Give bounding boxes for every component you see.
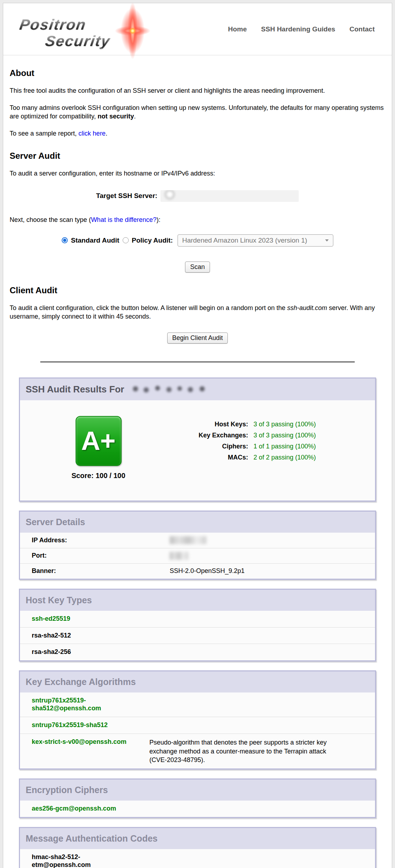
list-item: kex-strict-s-v00@openssh.com Pseudo-algo… bbox=[20, 734, 375, 768]
about-p3-text: To see a sample report, bbox=[10, 130, 78, 137]
stat-row-ciphers: Ciphers: 1 of 1 passing (100%) bbox=[177, 442, 316, 450]
key-exchange-header: Key Exchange Algorithms bbox=[20, 671, 375, 692]
score-text: Score: 100 / 100 bbox=[71, 472, 125, 480]
server-audit-intro: To audit a server configuration, enter i… bbox=[10, 169, 385, 178]
stat-label: Key Exchanges: bbox=[177, 431, 248, 439]
nav-contact[interactable]: Contact bbox=[349, 25, 375, 33]
about-paragraph-2: Too many admins overlook SSH configurati… bbox=[10, 104, 385, 121]
stat-label: Host Keys: bbox=[177, 420, 248, 428]
client-audit-title: Client Audit bbox=[10, 285, 385, 295]
list-item: rsa-sha2-512 bbox=[20, 627, 375, 644]
grade-letter: A+ bbox=[81, 426, 116, 456]
target-server-input[interactable] bbox=[160, 190, 299, 202]
standard-audit-label: Standard Audit bbox=[71, 237, 119, 244]
cipher-list: aes256-gcm@openssh.com bbox=[20, 801, 375, 817]
encryption-ciphers-section: Encryption Ciphers aes256-gcm@openssh.co… bbox=[19, 778, 376, 818]
table-row: Port: bbox=[20, 548, 375, 563]
key-exchange-section: Key Exchange Algorithms sntrup761x25519-… bbox=[19, 670, 376, 770]
policy-audit-label: Policy Audit: bbox=[132, 237, 173, 244]
ip-address-label: IP Address: bbox=[32, 537, 170, 544]
about-title: About bbox=[10, 68, 385, 78]
main-nav: Home SSH Hardening Guides Contact bbox=[228, 25, 375, 33]
ip-address-redacted-value bbox=[170, 536, 206, 544]
grade-badge: A+ bbox=[76, 416, 122, 466]
results-body: A+ Score: 100 / 100 Host Keys: 3 of 3 pa… bbox=[20, 400, 375, 501]
stats-column: Host Keys: 3 of 3 passing (100%) Key Exc… bbox=[177, 416, 316, 480]
policy-select[interactable]: Hardened Amazon Linux 2023 (version 1) bbox=[178, 234, 333, 247]
client-audit-domain: ssh-audit.com bbox=[287, 304, 327, 311]
stat-value: 3 of 3 passing (100%) bbox=[253, 420, 316, 428]
stat-label: Ciphers: bbox=[177, 442, 248, 450]
begin-client-audit-button[interactable]: Begin Client Audit bbox=[167, 333, 228, 344]
server-details-table: IP Address: Port: Banner: SSH-2.0-OpenSS… bbox=[20, 533, 375, 579]
list-item: aes256-gcm@openssh.com bbox=[20, 801, 375, 817]
nav-home[interactable]: Home bbox=[228, 25, 247, 33]
list-item: ssh-ed25519 bbox=[20, 611, 375, 627]
macs-section: Message Authentication Codes hmac-sha2-5… bbox=[19, 827, 376, 868]
begin-client-audit-row: Begin Client Audit bbox=[3, 333, 392, 344]
stat-row-key-exchanges: Key Exchanges: 3 of 3 passing (100%) bbox=[177, 431, 316, 439]
about-p3-period: . bbox=[106, 130, 107, 137]
about-p2-text: Too many admins overlook SSH configurati… bbox=[10, 104, 384, 120]
host-key-name: rsa-sha2-256 bbox=[32, 648, 133, 657]
client-audit-text: To audit a client configuration, click t… bbox=[10, 304, 287, 311]
mac-name: hmac-sha2-512-etm@openssh.com bbox=[32, 853, 133, 868]
main-content: Positron Security Home SSH Hardening Gui… bbox=[3, 3, 392, 868]
scan-type-radio-row: Standard Audit Policy Audit: Hardened Am… bbox=[3, 234, 392, 247]
host-key-types-header: Host Key Types bbox=[20, 590, 375, 611]
host-key-list: ssh-ed25519 rsa-sha2-512 rsa-sha2-256 bbox=[20, 611, 375, 661]
stat-value: 1 of 1 passing (100%) bbox=[253, 442, 316, 450]
cipher-name: aes256-gcm@openssh.com bbox=[32, 804, 133, 813]
macs-header: Message Authentication Codes bbox=[20, 828, 375, 849]
about-p2-period: . bbox=[134, 113, 136, 120]
standard-audit-radio[interactable] bbox=[62, 237, 68, 243]
target-server-label: Target SSH Server: bbox=[96, 192, 158, 200]
stat-row-host-keys: Host Keys: 3 of 3 passing (100%) bbox=[177, 420, 316, 428]
table-row: Banner: SSH-2.0-OpenSSH_9.2p1 bbox=[20, 563, 375, 579]
scan-type-text-after: ): bbox=[157, 216, 160, 223]
stat-value: 2 of 2 passing (100%) bbox=[253, 453, 316, 461]
results-header: SSH Audit Results For bbox=[20, 379, 375, 400]
stat-value: 3 of 3 passing (100%) bbox=[253, 431, 316, 439]
key-exchange-list: sntrup761x25519-sha512@openssh.com sntru… bbox=[20, 692, 375, 768]
policy-audit-radio[interactable] bbox=[123, 237, 129, 243]
kex-name: sntrup761x25519-sha512@openssh.com bbox=[32, 696, 133, 713]
kex-name: sntrup761x25519-sha512 bbox=[32, 721, 133, 730]
list-item: sntrup761x25519-sha512 bbox=[20, 717, 375, 734]
sample-report-link[interactable]: click here bbox=[78, 130, 106, 137]
client-audit-paragraph: To audit a client configuration, click t… bbox=[10, 304, 385, 321]
list-item: hmac-sha2-512-etm@openssh.com bbox=[20, 849, 375, 868]
kex-name: kex-strict-s-v00@openssh.com bbox=[32, 737, 133, 747]
redacted-hostname bbox=[129, 384, 213, 395]
grade-column: A+ Score: 100 / 100 bbox=[20, 416, 177, 480]
host-key-name: rsa-sha2-512 bbox=[32, 631, 133, 640]
server-details-section: Server Details IP Address: Port: Banner:… bbox=[19, 511, 376, 580]
scan-type-line: Next, choose the scan type (What is the … bbox=[10, 216, 385, 224]
banner-label: Banner: bbox=[32, 567, 170, 575]
nav-ssh-hardening-guides[interactable]: SSH Hardening Guides bbox=[261, 25, 335, 33]
policy-select-value: Hardened Amazon Linux 2023 (version 1) bbox=[182, 237, 307, 244]
scan-type-difference-link[interactable]: What is the difference? bbox=[91, 216, 157, 223]
host-key-name: ssh-ed25519 bbox=[32, 614, 133, 624]
scan-type-text: Next, choose the scan type ( bbox=[10, 216, 91, 223]
about-paragraph-1: This free tool audits the configuration … bbox=[10, 87, 385, 95]
list-item: rsa-sha2-256 bbox=[20, 644, 375, 660]
mac-list: hmac-sha2-512-etm@openssh.com hmac-sha2-… bbox=[20, 849, 375, 868]
about-p2-bold: not security bbox=[98, 113, 134, 120]
port-redacted-value bbox=[170, 552, 188, 560]
encryption-ciphers-header: Encryption Ciphers bbox=[20, 780, 375, 801]
server-audit-title: Server Audit bbox=[10, 151, 385, 161]
host-key-types-section: Host Key Types ssh-ed25519 rsa-sha2-512 … bbox=[19, 589, 376, 662]
kex-note: Pseudo-algorithm that denotes the peer s… bbox=[149, 737, 337, 765]
logo-line2: Security bbox=[44, 34, 160, 49]
about-paragraph-3: To see a sample report, click here. bbox=[10, 130, 385, 138]
list-item: sntrup761x25519-sha512@openssh.com bbox=[20, 692, 375, 717]
scan-button[interactable]: Scan bbox=[185, 262, 210, 273]
redaction-blur bbox=[160, 190, 299, 202]
results-title: SSH Audit Results For bbox=[26, 384, 124, 395]
logo-line1: Positron bbox=[19, 17, 160, 32]
scan-button-row: Scan bbox=[3, 262, 392, 273]
chevron-down-icon bbox=[325, 239, 329, 242]
site-header: Positron Security Home SSH Hardening Gui… bbox=[3, 3, 392, 55]
results-section: SSH Audit Results For A+ Score: 100 / 10… bbox=[19, 377, 376, 502]
